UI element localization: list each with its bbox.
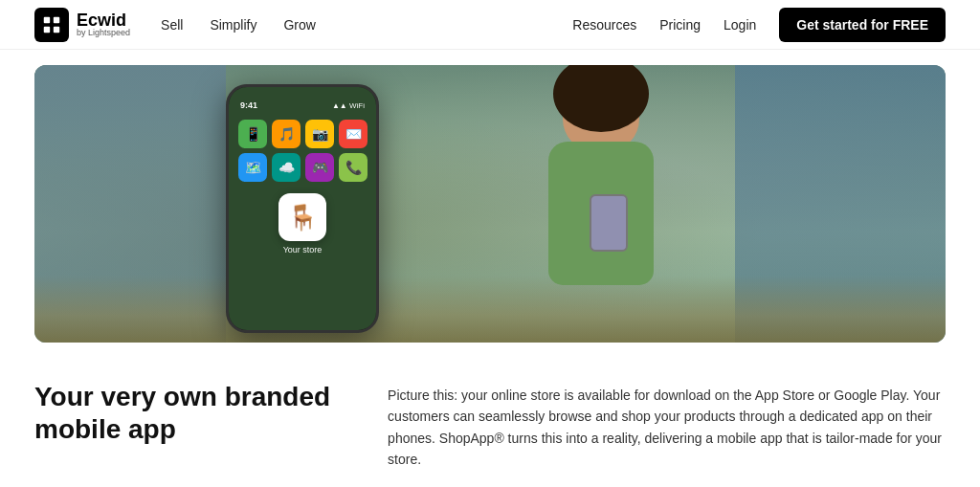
app-icon-7: 🎮 [305, 153, 334, 182]
logo-text: Ecwid by Lightspeed [77, 11, 130, 37]
logo[interactable]: Ecwid by Lightspeed [34, 8, 130, 42]
nav-login[interactable]: Login [724, 17, 756, 33]
nav-grow[interactable]: Grow [283, 17, 315, 33]
svg-rect-2 [44, 26, 50, 32]
navbar: Ecwid by Lightspeed Sell Simplify Grow R… [0, 0, 980, 50]
phone-mockup: 9:41 ▲▲ WiFi 📱 🎵 📷 ✉️ 🗺️ ☁️ 🎮 📞 🪑 Your s… [226, 84, 379, 333]
nav-right-group: Resources Pricing Login Get started for … [572, 8, 946, 42]
chair-icon: 🪑 [287, 203, 318, 232]
nav-left-group: Sell Simplify Grow [161, 17, 316, 33]
phone-time: 9:41 [240, 100, 257, 110]
svg-rect-0 [44, 16, 50, 22]
store-label: Your store [283, 245, 323, 255]
app-icon-6: ☁️ [272, 153, 301, 182]
heading-line1: Your very own branded [34, 382, 330, 411]
phone-signal: ▲▲ WiFi [332, 101, 365, 110]
heading-line2: mobile app [34, 414, 176, 444]
app-icon-grid: 📱 🎵 📷 ✉️ 🗺️ ☁️ 🎮 📞 [236, 120, 368, 182]
phone-screen: 9:41 ▲▲ WiFi 📱 🎵 📷 ✉️ 🗺️ ☁️ 🎮 📞 🪑 Your s… [229, 87, 376, 330]
nav-simplify[interactable]: Simplify [210, 17, 256, 33]
logo-icon [34, 8, 69, 42]
ecwid-logo-svg [41, 14, 62, 35]
logo-subtitle: by Lightspeed [77, 29, 130, 37]
app-icon-2: 🎵 [272, 120, 301, 148]
svg-rect-3 [54, 26, 59, 32]
app-icon-3: 📷 [305, 120, 334, 148]
content-right: Picture this: your online store is avail… [388, 381, 946, 471]
content-area: Your very own branded mobile app Picture… [0, 358, 980, 471]
main-heading: Your very own branded mobile app [34, 381, 330, 445]
svg-rect-1 [54, 16, 59, 22]
person-image [467, 65, 735, 343]
content-left: Your very own branded mobile app [34, 381, 330, 471]
nav-sell[interactable]: Sell [161, 17, 183, 33]
app-icon-1: 📱 [238, 120, 267, 148]
app-icon-8: 📞 [339, 153, 368, 182]
store-icon-background: 🪑 [278, 193, 326, 241]
app-icon-5: 🗺️ [238, 153, 267, 182]
main-description: Picture this: your online store is avail… [388, 385, 946, 471]
person-phone-prop [590, 194, 628, 252]
hero-image: 9:41 ▲▲ WiFi 📱 🎵 📷 ✉️ 🗺️ ☁️ 🎮 📞 🪑 Your s… [34, 65, 946, 343]
app-icon-4: ✉️ [339, 120, 368, 148]
logo-brand-name: Ecwid [77, 11, 130, 29]
your-store-app-icon: 🪑 Your store [236, 193, 368, 255]
person-silhouette [505, 70, 697, 338]
get-started-button[interactable]: Get started for FREE [779, 8, 946, 42]
phone-status-bar: 9:41 ▲▲ WiFi [236, 100, 368, 110]
nav-resources[interactable]: Resources [572, 17, 636, 33]
nav-pricing[interactable]: Pricing [659, 17, 701, 33]
